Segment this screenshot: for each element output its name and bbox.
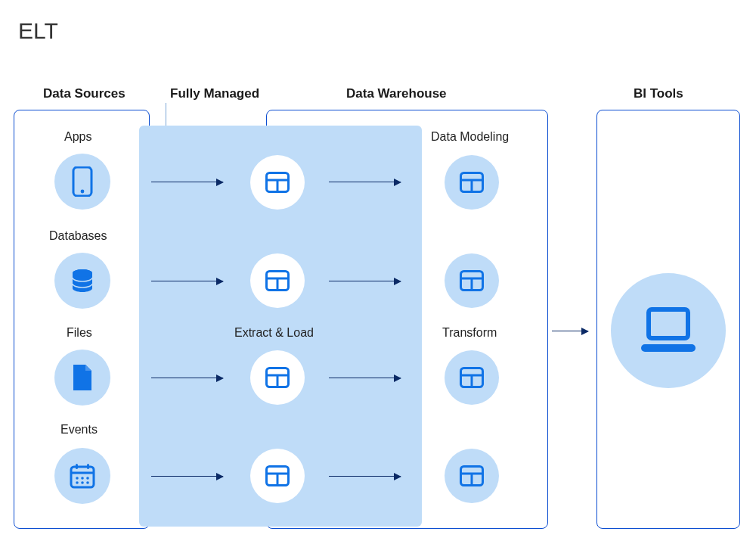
svg-point-3 <box>73 269 92 277</box>
arrow-load-to-transform-3 <box>329 378 401 378</box>
label-databases: Databases <box>49 229 107 243</box>
table-icon <box>445 449 499 503</box>
table-icon <box>445 155 499 210</box>
arrow-db-to-load <box>151 281 223 281</box>
laptop-icon <box>611 273 726 388</box>
arrow-files-to-load <box>151 378 223 378</box>
svg-point-12 <box>81 481 84 484</box>
svg-point-10 <box>86 477 89 480</box>
table-icon <box>250 350 305 405</box>
svg-rect-38 <box>649 309 688 338</box>
database-icon <box>54 253 110 309</box>
arrow-events-to-load <box>151 476 223 477</box>
svg-point-13 <box>86 481 89 484</box>
label-transform: Transform <box>442 326 497 340</box>
table-icon <box>445 253 499 308</box>
svg-point-9 <box>81 477 84 480</box>
svg-point-1 <box>81 190 85 194</box>
file-icon <box>54 350 110 406</box>
arrow-load-to-transform-4 <box>329 476 401 477</box>
table-icon <box>250 155 305 210</box>
label-data-modeling: Data Modeling <box>431 130 509 144</box>
apps-icon <box>54 154 110 210</box>
divider-fully-managed <box>166 103 166 126</box>
calendar-icon <box>54 448 110 504</box>
label-events: Events <box>60 423 98 437</box>
arrow-warehouse-to-bi <box>552 331 588 331</box>
arrow-load-to-transform-2 <box>329 281 401 281</box>
svg-rect-6 <box>76 464 78 469</box>
svg-point-8 <box>76 477 79 480</box>
table-icon <box>250 449 305 503</box>
page-title: ELT <box>18 18 58 44</box>
svg-rect-7 <box>87 464 89 469</box>
svg-rect-39 <box>641 344 696 352</box>
svg-point-11 <box>76 481 79 484</box>
label-extract-load: Extract & Load <box>234 326 314 340</box>
table-icon <box>250 253 305 308</box>
arrow-load-to-transform-1 <box>329 182 401 182</box>
label-data-warehouse: Data Warehouse <box>346 86 447 101</box>
label-fully-managed: Fully Managed <box>170 86 259 101</box>
label-files: Files <box>67 326 92 340</box>
arrow-apps-to-load <box>151 182 223 182</box>
label-data-sources: Data Sources <box>43 86 125 101</box>
table-icon <box>445 350 499 405</box>
label-apps: Apps <box>64 130 91 144</box>
label-bi-tools: BI Tools <box>634 86 683 101</box>
